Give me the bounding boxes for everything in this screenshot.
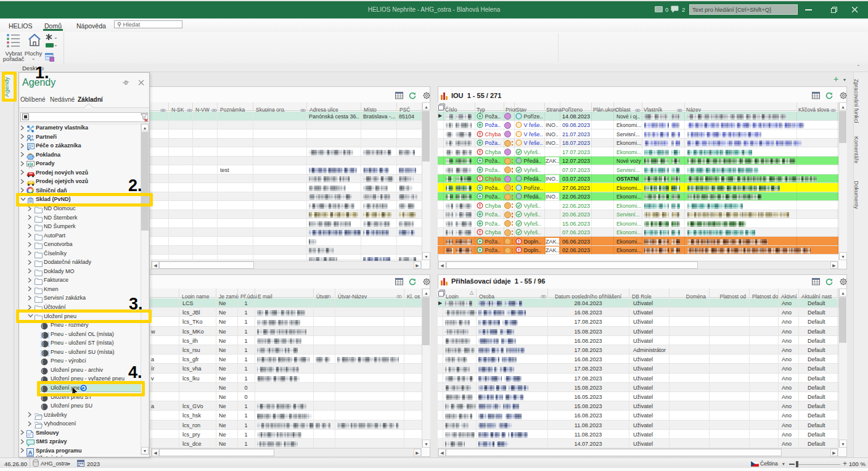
svg-text:A: A xyxy=(28,449,33,455)
